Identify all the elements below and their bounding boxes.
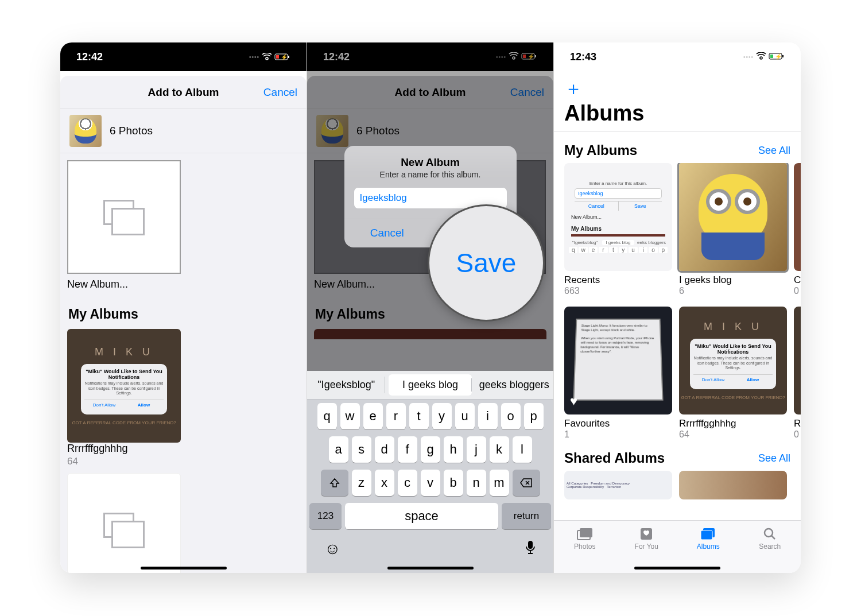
shift-key[interactable] bbox=[321, 470, 348, 496]
page-title: Albums bbox=[554, 100, 801, 132]
svg-text:⚡: ⚡ bbox=[775, 53, 782, 60]
key-b[interactable]: b bbox=[444, 470, 463, 496]
home-indicator[interactable] bbox=[141, 567, 227, 569]
keyboard-suggestions: "Igeeksblog" I geeks blog geeks bloggers bbox=[307, 371, 553, 400]
cancel-button[interactable]: Cancel bbox=[263, 86, 297, 99]
key-r[interactable]: r bbox=[386, 403, 406, 429]
album-count: 0 bbox=[794, 286, 801, 296]
see-all-link[interactable]: See All bbox=[758, 145, 790, 157]
album-recents[interactable]: Enter a name for this album. Igeeksblog … bbox=[564, 163, 672, 296]
new-album-button[interactable]: New Album... bbox=[67, 160, 300, 290]
suggestion[interactable]: "Igeeksblog" bbox=[307, 371, 385, 399]
numbers-key[interactable]: 123 bbox=[309, 503, 342, 529]
wifi-icon bbox=[262, 53, 272, 61]
key-i[interactable]: i bbox=[478, 403, 498, 429]
key-d[interactable]: d bbox=[375, 436, 394, 463]
keyboard: "Igeeksblog" I geeks blog geeks bloggers… bbox=[307, 371, 553, 573]
status-icons: •••• ⚡ bbox=[743, 52, 785, 62]
svg-text:⚡: ⚡ bbox=[281, 53, 288, 61]
key-a[interactable]: a bbox=[329, 436, 348, 463]
album-count: 0 bbox=[794, 429, 801, 440]
key-q[interactable]: q bbox=[317, 403, 337, 429]
suggestion[interactable]: geeks bloggers bbox=[475, 371, 553, 399]
tab-search[interactable]: Search bbox=[739, 525, 801, 573]
keyboard-row-3: z x c v b n m bbox=[307, 466, 553, 499]
key-m[interactable]: m bbox=[490, 470, 509, 496]
key-s[interactable]: s bbox=[352, 436, 371, 463]
svg-rect-10 bbox=[782, 55, 784, 57]
keyboard-row-1: q w e r t y u i o p bbox=[307, 400, 553, 433]
key-t[interactable]: t bbox=[409, 403, 429, 429]
key-x[interactable]: x bbox=[375, 470, 394, 496]
key-g[interactable]: g bbox=[421, 436, 440, 463]
my-albums-carousel-row-2[interactable]: Stage Light Mono: It functions very simi… bbox=[554, 307, 801, 440]
album-count: 1 bbox=[564, 429, 672, 440]
key-y[interactable]: y bbox=[432, 403, 452, 429]
search-icon bbox=[739, 525, 801, 543]
key-o[interactable]: o bbox=[501, 403, 521, 429]
see-all-link[interactable]: See All bbox=[758, 452, 790, 464]
album-rrrr[interactable]: M I K U "Miku" Would Like to Send You No… bbox=[679, 307, 787, 440]
album-igeeksblog[interactable]: I geeks blog 6 bbox=[679, 163, 787, 296]
key-w[interactable]: w bbox=[340, 403, 360, 429]
album-count: 663 bbox=[564, 286, 672, 296]
my-albums-section-header: My Albums See All bbox=[554, 132, 801, 163]
keyboard-row-2: a s d f g h j k l bbox=[307, 433, 553, 466]
my-albums-carousel[interactable]: Enter a name for this album. Igeeksblog … bbox=[554, 163, 801, 296]
save-button-magnified: Save bbox=[428, 204, 545, 321]
album-partial[interactable]: R 0 bbox=[794, 307, 801, 440]
tab-photos[interactable]: Photos bbox=[554, 525, 616, 573]
album-count: 64 bbox=[679, 429, 787, 440]
key-k[interactable]: k bbox=[490, 436, 509, 463]
album-item[interactable]: M I K U "Miku" Would Like to Send You No… bbox=[67, 329, 181, 467]
key-u[interactable]: u bbox=[455, 403, 475, 429]
miku-logo: M I K U bbox=[95, 346, 153, 358]
alert-cancel-button[interactable]: Cancel bbox=[344, 219, 431, 247]
album-favourites[interactable]: Stage Light Mono: It functions very simi… bbox=[564, 307, 672, 440]
svg-rect-2 bbox=[276, 55, 279, 59]
alert-title: New Album bbox=[344, 146, 517, 170]
key-l[interactable]: l bbox=[513, 436, 532, 463]
emoji-key[interactable]: ☺ bbox=[324, 540, 341, 558]
photo-thumbnail bbox=[69, 115, 102, 147]
return-key[interactable]: return bbox=[502, 503, 551, 529]
new-album-label: New Album... bbox=[67, 278, 300, 290]
album-item[interactable]: OKAA 360 Panorama... 0 bbox=[67, 473, 181, 573]
key-v[interactable]: v bbox=[421, 470, 440, 496]
status-bar: 12:42 •••• ⚡ bbox=[60, 42, 307, 71]
svg-rect-8 bbox=[528, 541, 533, 549]
album-cover: M I K U "Miku" Would Like to Send You No… bbox=[67, 329, 181, 443]
backspace-key[interactable] bbox=[513, 470, 540, 496]
album-partial[interactable]: C 0 bbox=[794, 163, 801, 296]
tab-foryou[interactable]: For You bbox=[616, 525, 678, 573]
key-z[interactable]: z bbox=[352, 470, 371, 496]
key-c[interactable]: c bbox=[398, 470, 417, 496]
add-album-button[interactable]: ＋ bbox=[564, 78, 583, 99]
albums-icon bbox=[677, 525, 739, 543]
suggestion[interactable]: I geeks blog bbox=[389, 374, 471, 396]
key-f[interactable]: f bbox=[398, 436, 417, 463]
tab-albums[interactable]: Albums bbox=[677, 525, 739, 573]
key-j[interactable]: j bbox=[467, 436, 486, 463]
album-count: 6 bbox=[679, 286, 787, 296]
heart-icon: ♥ bbox=[570, 394, 577, 409]
svg-point-18 bbox=[765, 529, 773, 537]
key-p[interactable]: p bbox=[524, 403, 544, 429]
home-indicator[interactable] bbox=[387, 567, 474, 569]
key-h[interactable]: h bbox=[444, 436, 463, 463]
dictation-key[interactable] bbox=[525, 540, 536, 558]
sheet-header: Add to Album Cancel bbox=[60, 76, 307, 109]
space-key[interactable]: space bbox=[345, 503, 498, 529]
key-n[interactable]: n bbox=[467, 470, 486, 496]
shared-albums-carousel[interactable]: All Categories Freedom and DemocracyCorp… bbox=[554, 471, 801, 499]
photos-icon bbox=[554, 525, 616, 543]
svg-rect-1 bbox=[288, 56, 289, 58]
svg-rect-17 bbox=[701, 530, 712, 540]
key-e[interactable]: e bbox=[363, 403, 383, 429]
new-album-icon bbox=[103, 200, 145, 234]
battery-icon: ⚡ bbox=[274, 53, 290, 61]
home-indicator[interactable] bbox=[634, 567, 720, 569]
section-title: Shared Albums bbox=[564, 450, 665, 466]
battery-icon: ⚡ bbox=[769, 52, 785, 62]
album-name: Rrrrfffgghhhg bbox=[679, 418, 787, 429]
